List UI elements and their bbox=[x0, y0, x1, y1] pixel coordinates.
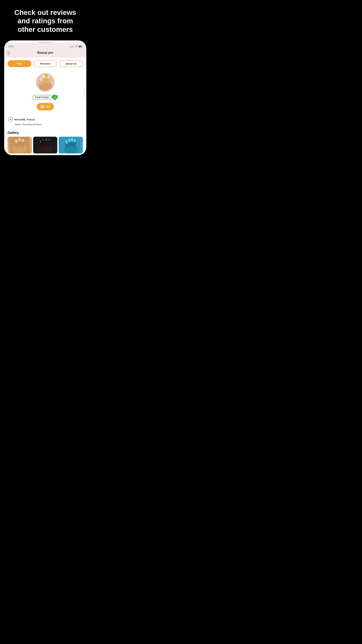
shield-check-icon: ✓ bbox=[52, 94, 58, 100]
certified-row: CERTIFIED ✓ bbox=[32, 94, 58, 100]
gallery-thumb-3 bbox=[59, 137, 83, 154]
svg-point-24 bbox=[18, 138, 21, 142]
svg-rect-2 bbox=[79, 46, 81, 47]
svg-point-26 bbox=[17, 146, 19, 148]
svg-point-38 bbox=[42, 139, 43, 140]
status-time: 00:04 bbox=[8, 45, 14, 48]
svg-point-43 bbox=[48, 139, 49, 140]
gallery-thumb-2 bbox=[33, 137, 57, 154]
svg-point-13 bbox=[45, 75, 46, 76]
svg-point-39 bbox=[43, 140, 44, 141]
rating-value: 5.0 bbox=[46, 105, 50, 108]
info-section: Marseille, France Status: Received at ho… bbox=[4, 116, 86, 131]
star-icon: ★ bbox=[40, 104, 45, 109]
top-bar: ‹ Beauty pro bbox=[4, 49, 86, 58]
location-row: Marseille, France bbox=[8, 117, 82, 122]
status-icons: ▲▲ bbox=[70, 45, 82, 48]
status-text: Status: Received at home bbox=[14, 123, 82, 126]
svg-text:✓: ✓ bbox=[54, 96, 56, 99]
gallery-grid bbox=[7, 137, 83, 154]
tab-info[interactable]: Info bbox=[7, 60, 31, 67]
rating-badge: ★ 5.0 bbox=[37, 103, 54, 110]
svg-point-27 bbox=[21, 147, 22, 148]
gallery-section: Gallery bbox=[4, 131, 86, 155]
svg-point-54 bbox=[72, 139, 72, 140]
svg-point-52 bbox=[71, 138, 73, 142]
svg-point-55 bbox=[69, 140, 70, 140]
certified-badge: CERTIFIED bbox=[32, 95, 52, 100]
svg-text:✦: ✦ bbox=[43, 75, 44, 76]
phone-mockup: 00:04 ▲▲ ‹ Beauty pro bbox=[4, 40, 86, 155]
scrollbar bbox=[85, 86, 85, 100]
avatar: ✦ bbox=[36, 73, 54, 92]
status-bar: 00:04 ▲▲ bbox=[4, 43, 86, 49]
wifi-icon bbox=[75, 46, 78, 48]
signal-icon: ▲▲ bbox=[70, 45, 74, 48]
headline-line2: and ratings from bbox=[17, 17, 73, 25]
gallery-title: Gallery bbox=[7, 131, 83, 135]
tab-bar: Info Reviews About Us bbox=[4, 58, 86, 70]
main-headline: Check out reviews and ratings from other… bbox=[9, 0, 81, 40]
location-icon bbox=[8, 117, 13, 122]
battery-icon bbox=[79, 46, 82, 48]
headline-line1: Check out reviews bbox=[14, 8, 76, 16]
back-button[interactable]: ‹ bbox=[7, 50, 9, 55]
location-text: Marseille, France bbox=[14, 118, 35, 121]
svg-point-40 bbox=[45, 138, 47, 142]
page-title: Beauty pro bbox=[37, 51, 53, 54]
svg-point-14 bbox=[46, 76, 47, 76]
tab-reviews[interactable]: Reviews bbox=[33, 60, 57, 67]
gallery-thumb-1 bbox=[7, 137, 32, 154]
headline-line3: other customers bbox=[17, 26, 73, 33]
svg-rect-1 bbox=[82, 46, 82, 47]
tab-about[interactable]: About Us bbox=[59, 60, 83, 67]
profile-section: ✦ CERTIFIED ✓ ★ 5.0 bbox=[4, 70, 86, 116]
